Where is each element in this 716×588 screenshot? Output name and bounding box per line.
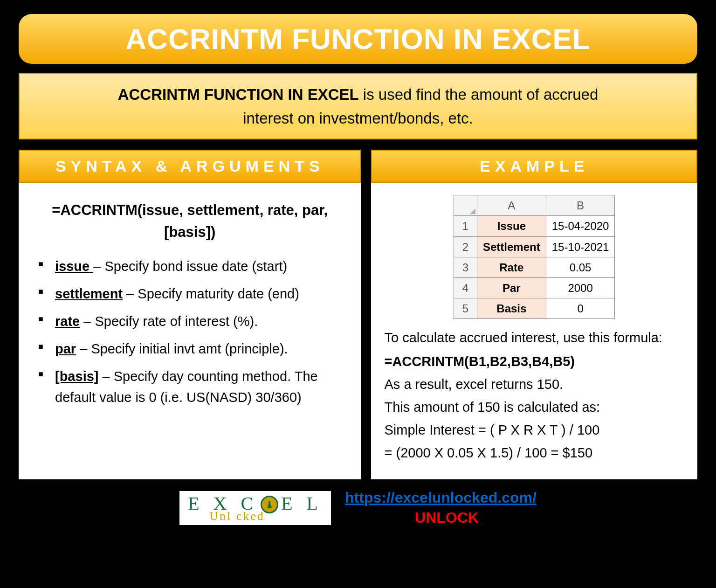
table-row: 5 Basis 0 [454, 298, 615, 319]
arg-name: issue [55, 259, 93, 274]
description-box: ACCRINTM FUNCTION IN EXCEL is used find … [19, 73, 697, 139]
arg-item: issue – Specify bond issue date (start) [34, 256, 348, 277]
example-panel: EXAMPLE A B 1 Issue 15-04-2020 2 [371, 150, 697, 479]
logo: E X C E L Unl cked [179, 491, 331, 525]
main-title: ACCRINTM FUNCTION IN EXCEL [33, 22, 683, 55]
table-row: 2 Settlement 15-10-2021 [454, 236, 615, 257]
table-row: 3 Rate 0.05 [454, 257, 615, 277]
arg-desc: – Specify bond issue date (start) [93, 259, 287, 274]
cell-value: 15-10-2021 [546, 236, 615, 257]
cell-value: 2000 [546, 278, 615, 298]
cell-value: 0 [546, 298, 615, 319]
arg-name: par [55, 341, 76, 356]
logo-text-2: E L [281, 495, 323, 512]
footer: E X C E L Unl cked https://excelunlocked… [19, 488, 697, 528]
row-number: 3 [454, 257, 477, 277]
arg-item: [basis] – Specify day counting method. T… [34, 366, 348, 408]
example-formula: =ACCRINTM(B1,B2,B3,B4,B5) [384, 351, 684, 372]
arg-item: settlement – Specify maturity date (end) [34, 284, 348, 304]
columns: SYNTAX & ARGUMENTS =ACCRINTM(issue, sett… [19, 150, 697, 479]
arg-name: settlement [55, 286, 123, 301]
example-heading: EXAMPLE [371, 150, 697, 183]
row-number: 5 [454, 298, 477, 319]
example-calc-2: Simple Interest = ( P X R X T ) / 100 [384, 420, 684, 441]
table-row: 4 Par 2000 [454, 278, 615, 298]
description-lead: ACCRINTM FUNCTION IN EXCEL [118, 86, 359, 103]
arg-item: rate – Specify rate of interest (%). [34, 311, 348, 332]
example-body: A B 1 Issue 15-04-2020 2 Settlement 15-1… [371, 183, 697, 479]
argument-list: issue – Specify bond issue date (start) … [32, 256, 348, 408]
unlock-text: UNLOCK [345, 508, 537, 528]
syntax-formula: =ACCRINTM(issue, settlement, rate, par, … [32, 200, 348, 243]
col-header: A [477, 195, 546, 216]
sheet-corner [454, 195, 477, 216]
example-result: As a result, excel returns 150. [384, 374, 684, 395]
row-number: 4 [454, 278, 477, 298]
table-row: 1 Issue 15-04-2020 [454, 216, 615, 236]
cell-value: 15-04-2020 [546, 216, 615, 236]
syntax-heading: SYNTAX & ARGUMENTS [19, 150, 361, 183]
description-text-1: is used find the amount of accrued [359, 86, 599, 103]
site-link[interactable]: https://excelunlocked.com/ [345, 489, 537, 506]
cell-label: Issue [477, 216, 546, 236]
description-text-2: interest on investment/bonds, etc. [243, 110, 473, 127]
cell-label: Settlement [477, 236, 546, 257]
arg-desc: – Specify maturity date (end) [123, 286, 299, 301]
row-number: 1 [454, 216, 477, 236]
col-header: B [546, 195, 615, 216]
example-intro: To calculate accrued interest, use this … [384, 327, 684, 348]
syntax-body: =ACCRINTM(issue, settlement, rate, par, … [19, 183, 361, 479]
arg-desc: – Specify rate of interest (%). [80, 314, 258, 329]
spreadsheet-table: A B 1 Issue 15-04-2020 2 Settlement 15-1… [454, 195, 615, 319]
cell-label: Rate [477, 257, 546, 277]
example-calc-3: = (2000 X 0.05 X 1.5) / 100 = $150 [384, 443, 684, 463]
arg-name: rate [55, 314, 80, 329]
example-text: To calculate accrued interest, use this … [384, 327, 684, 463]
cell-label: Basis [477, 298, 546, 319]
keyhole-icon [261, 496, 278, 513]
arg-desc: – Specify initial invt amt (principle). [76, 341, 288, 356]
syntax-panel: SYNTAX & ARGUMENTS =ACCRINTM(issue, sett… [19, 150, 361, 479]
example-calc-1: This amount of 150 is calculated as: [384, 397, 684, 418]
arg-name: [basis] [55, 369, 98, 384]
footer-right: https://excelunlocked.com/ UNLOCK [345, 488, 537, 528]
cell-label: Par [477, 278, 546, 298]
spreadsheet-wrap: A B 1 Issue 15-04-2020 2 Settlement 15-1… [384, 195, 684, 319]
main-title-bar: ACCRINTM FUNCTION IN EXCEL [19, 14, 697, 64]
cell-value: 0.05 [546, 257, 615, 277]
arg-item: par – Specify initial invt amt (principl… [34, 339, 348, 360]
row-number: 2 [454, 236, 477, 257]
